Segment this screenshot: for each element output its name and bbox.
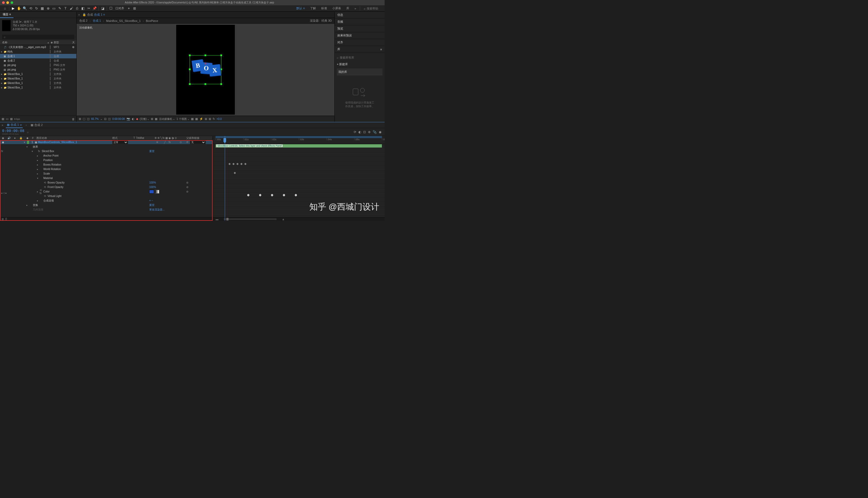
camera-dropdown[interactable]: 活动摄像机 ⌄ <box>159 117 175 121</box>
3d-icon[interactable]: ▦ <box>155 117 157 121</box>
quality-dropdown[interactable]: (完整) ⌄ <box>140 117 150 121</box>
menu-icon[interactable]: ≡ <box>380 48 382 51</box>
item-name[interactable]: 纯色 <box>8 50 50 54</box>
type-tool[interactable]: T <box>63 5 68 11</box>
snap-opt-icon[interactable]: ⌖ <box>126 5 131 11</box>
keyframe[interactable] <box>259 194 261 196</box>
twirl-icon[interactable]: ▸ <box>1 86 4 89</box>
frame-blend-icon[interactable]: ⊡ <box>363 130 366 134</box>
prop-link[interactable]: ⊘ <box>186 186 213 188</box>
keyframe[interactable] <box>232 163 235 165</box>
twirl-icon[interactable]: ▸ <box>1 77 4 80</box>
timecode[interactable]: 0:00:00:08 <box>2 129 24 133</box>
project-row[interactable]: 🎵 《天天来塔防 …_aigei_com.mp3 MP3 ⚙ <box>0 45 76 49</box>
grid-icon[interactable]: ⊞ <box>79 117 81 121</box>
prop-link[interactable]: ⊘ <box>186 190 213 193</box>
brush-tool[interactable]: 🖌 <box>68 5 74 11</box>
blend-mode-dropdown[interactable]: 正常 <box>112 141 128 144</box>
pickwhip-icon[interactable]: ⊘ <box>186 141 188 144</box>
layer-twirl[interactable]: ▾ <box>24 141 26 144</box>
project-row[interactable]: ▤ pic.png PNG 文件 <box>0 67 76 72</box>
sort-icon[interactable]: ▴ <box>46 41 50 44</box>
snapshot-icon[interactable]: 📷 <box>127 117 130 121</box>
maximize-icon[interactable] <box>11 1 13 4</box>
selected-layer[interactable]: B O X ⊕→ <box>190 55 221 84</box>
prop-value[interactable]: 100% <box>149 186 186 188</box>
prop-twirl[interactable]: ▾ <box>37 177 40 180</box>
item-name[interactable]: 合成 2 <box>8 59 50 63</box>
time-ruler[interactable]: :00s:01s:02s:03s:04s:05s:06s <box>213 136 385 144</box>
prop-twirl[interactable]: ▸ <box>37 172 40 175</box>
panel-audio[interactable]: 音频 <box>335 18 385 25</box>
snap-toggle[interactable]: ☐ <box>108 5 114 11</box>
refresh-icon[interactable]: ↻ <box>213 117 215 121</box>
keyframe[interactable] <box>229 163 231 165</box>
project-row[interactable]: ▸ 📁 Sliced Box_1 文件夹 <box>0 85 76 90</box>
project-columns[interactable]: 名称 ▴ ◆ 类型 大 <box>0 40 76 45</box>
shy-icon[interactable]: ⟳ <box>354 130 357 134</box>
item-label[interactable] <box>50 86 54 89</box>
item-label[interactable] <box>50 77 54 80</box>
property-row[interactable]: ▾ Material <box>0 176 213 180</box>
track-row[interactable] <box>213 157 385 161</box>
draft3d-icon[interactable]: ▦ <box>191 117 194 121</box>
track-row[interactable] <box>213 207 385 211</box>
project-tab[interactable]: 项目 ≡ <box>0 12 13 18</box>
item-label[interactable] <box>50 46 54 49</box>
visibility-toggle[interactable]: ◉ <box>0 141 6 144</box>
stopwatch-icon[interactable]: ⟲ <box>44 195 48 197</box>
viewer[interactable]: 活动摄像机 B O X ⊕→ <box>77 24 334 116</box>
property-row[interactable]: ▸ Scale <box>0 171 213 176</box>
prop-value[interactable]: 重置 <box>149 149 186 153</box>
track-row[interactable] <box>213 153 385 157</box>
shape-tool[interactable]: ▭ <box>51 5 57 11</box>
property-row[interactable]: ▸ World Rotation <box>0 167 213 171</box>
roi-icon[interactable]: ◫ <box>108 117 111 121</box>
item-label[interactable] <box>50 68 54 71</box>
workspace-small[interactable]: 小屏幕 <box>330 5 344 11</box>
item-name[interactable]: pic.png <box>8 64 50 67</box>
window-controls[interactable] <box>2 1 13 4</box>
timeline-zoom-slider[interactable] <box>224 218 276 220</box>
minimize-icon[interactable] <box>7 1 9 4</box>
playhead[interactable] <box>225 136 225 221</box>
camera-tool[interactable]: ▦ <box>39 5 45 11</box>
toggle-switches-icon[interactable]: ⊞ <box>2 218 4 221</box>
property-row[interactable]: ▸ Position <box>0 158 213 162</box>
project-row[interactable]: ▸ 📁 纯色 文件夹 <box>0 49 76 54</box>
track-row[interactable] <box>213 148 385 153</box>
new-library-button[interactable]: + 新建库 <box>337 60 383 68</box>
timeline-tab-2[interactable]: ▦ 合成 2 <box>29 122 43 128</box>
property-row[interactable]: ▸ Boxes Rotation <box>0 162 213 167</box>
timeline-search-input[interactable] <box>27 130 59 134</box>
item-name[interactable]: Sliced Box_1 <box>8 73 50 76</box>
search-help[interactable]: ⌕ <box>364 7 383 10</box>
track-row[interactable] <box>213 197 385 202</box>
track-row[interactable] <box>213 193 385 197</box>
blur-icon[interactable]: ◐ <box>359 130 361 134</box>
prop-twirl[interactable]: ▸ <box>37 191 40 193</box>
snap-opt2-icon[interactable]: ⊞ <box>131 5 137 11</box>
property-row[interactable]: ▾ 效果 <box>0 144 213 149</box>
property-row[interactable]: ▾ fx Sliced Box 重置 <box>0 149 213 154</box>
track-row[interactable] <box>213 202 385 207</box>
panel-preview[interactable]: 预览 <box>335 25 385 32</box>
library-search[interactable]: ⌕ <box>337 55 383 60</box>
breadcrumb-item[interactable]: MainBox_SS_SlicedBox_1 <box>106 19 141 23</box>
zoom-out-icon[interactable]: ▬ <box>216 218 218 221</box>
mask-icon[interactable]: ◫ <box>87 117 90 121</box>
breadcrumb-item[interactable]: BoxPiece <box>146 19 158 23</box>
brain-icon[interactable]: ⊕ <box>368 130 371 134</box>
project-search-input[interactable] <box>2 35 74 39</box>
bpc-toggle[interactable]: 8 bpc <box>14 118 20 120</box>
res-icon[interactable]: ⊡ <box>104 117 106 121</box>
prop-value[interactable]: 更改渲染器... <box>149 208 186 211</box>
track-row[interactable] <box>213 211 385 215</box>
workspace-overflow[interactable]: » <box>352 5 359 11</box>
item-name[interactable]: 《天天来塔防 …_aigei_com.mp3 <box>8 45 50 49</box>
time-display[interactable]: 0:00:00:08 <box>112 118 125 120</box>
brace-icon[interactable]: {} <box>5 218 7 221</box>
keyframe[interactable] <box>244 163 246 165</box>
project-row[interactable]: ▸ 📁 Sliced Box_1 文件夹 <box>0 72 76 76</box>
label-icon[interactable]: ◆ <box>50 41 54 44</box>
